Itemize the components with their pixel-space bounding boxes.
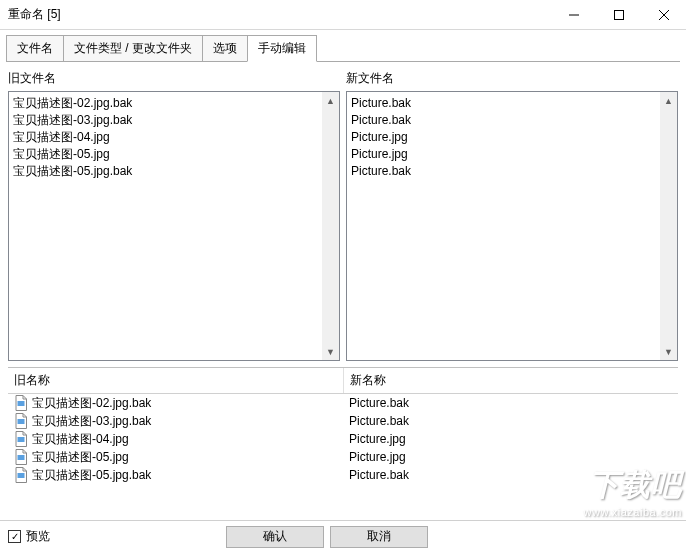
list-item[interactable]: 宝贝描述图-03.jpg.bak <box>13 112 318 129</box>
window-title: 重命名 [5] <box>8 6 551 23</box>
list-item[interactable]: 宝贝描述图-04.jpg <box>13 129 318 146</box>
file-icon <box>14 449 28 465</box>
watermark-sub: www.xiazaiba.com <box>584 506 682 518</box>
preview-rows: 宝贝描述图-02.jpg.bak Picture.bak 宝贝描述图-03.jp… <box>8 394 678 484</box>
scroll-down-icon[interactable]: ▼ <box>322 343 339 360</box>
minimize-button[interactable] <box>551 0 596 29</box>
scroll-down-icon[interactable]: ▼ <box>660 343 677 360</box>
tab-filename[interactable]: 文件名 <box>6 35 64 62</box>
new-name-cell: Picture.bak <box>343 394 678 412</box>
preview-row[interactable]: 宝贝描述图-05.jpg.bak Picture.bak <box>8 466 678 484</box>
new-name-cell: Picture.jpg <box>343 430 678 448</box>
new-filename-listbox[interactable]: Picture.bak Picture.bak Picture.jpg Pict… <box>346 91 678 361</box>
file-icon <box>14 431 28 447</box>
list-item[interactable]: 宝贝描述图-05.jpg.bak <box>13 163 318 180</box>
old-filename-pane: 旧文件名 宝贝描述图-02.jpg.bak 宝贝描述图-03.jpg.bak 宝… <box>8 70 340 361</box>
tab-filetype-folder[interactable]: 文件类型 / 更改文件夹 <box>63 35 203 62</box>
old-name-cell: 宝贝描述图-02.jpg.bak <box>32 394 151 412</box>
tab-strip: 文件名 文件类型 / 更改文件夹 选项 手动编辑 <box>0 30 686 62</box>
list-item[interactable]: Picture.bak <box>351 112 656 129</box>
new-name-header[interactable]: 新名称 <box>344 368 679 393</box>
preview-pane: 旧名称 新名称 宝贝描述图-02.jpg.bak Picture.bak 宝贝描… <box>8 367 678 484</box>
new-name-cell: Picture.bak <box>343 412 678 430</box>
old-name-cell: 宝贝描述图-05.jpg.bak <box>32 466 151 484</box>
scroll-up-icon[interactable]: ▲ <box>322 92 339 109</box>
svg-rect-5 <box>18 419 25 424</box>
scroll-up-icon[interactable]: ▲ <box>660 92 677 109</box>
tab-underline <box>6 61 680 62</box>
list-item[interactable]: Picture.jpg <box>351 146 656 163</box>
new-filename-pane: 新文件名 Picture.bak Picture.bak Picture.jpg… <box>346 70 678 361</box>
preview-headers: 旧名称 新名称 <box>8 368 678 394</box>
preview-row[interactable]: 宝贝描述图-05.jpg Picture.jpg <box>8 448 678 466</box>
svg-rect-7 <box>18 455 25 460</box>
svg-rect-6 <box>18 437 25 442</box>
file-icon <box>14 413 28 429</box>
preview-checkbox[interactable]: ✓ <box>8 530 21 543</box>
scrollbar-vertical[interactable]: ▲ ▼ <box>322 92 339 360</box>
tab-content: 旧文件名 宝贝描述图-02.jpg.bak 宝贝描述图-03.jpg.bak 宝… <box>0 62 686 492</box>
new-filename-list: Picture.bak Picture.bak Picture.jpg Pict… <box>347 92 660 360</box>
svg-rect-1 <box>614 10 623 19</box>
old-filename-label: 旧文件名 <box>8 70 340 87</box>
list-item[interactable]: Picture.bak <box>351 163 656 180</box>
old-name-header[interactable]: 旧名称 <box>8 368 344 393</box>
tab-manual-edit[interactable]: 手动编辑 <box>247 35 317 62</box>
new-name-cell: Picture.bak <box>343 466 678 484</box>
maximize-button[interactable] <box>596 0 641 29</box>
cancel-button[interactable]: 取消 <box>330 526 428 548</box>
bottom-bar: ✓ 预览 确认 取消 <box>0 520 686 552</box>
svg-rect-4 <box>18 401 25 406</box>
old-name-cell: 宝贝描述图-03.jpg.bak <box>32 412 151 430</box>
preview-checkbox-label: 预览 <box>26 528 50 545</box>
preview-row[interactable]: 宝贝描述图-02.jpg.bak Picture.bak <box>8 394 678 412</box>
svg-rect-8 <box>18 473 25 478</box>
list-item[interactable]: 宝贝描述图-02.jpg.bak <box>13 95 318 112</box>
preview-row[interactable]: 宝贝描述图-04.jpg Picture.jpg <box>8 430 678 448</box>
titlebar: 重命名 [5] <box>0 0 686 30</box>
file-icon <box>14 467 28 483</box>
list-item[interactable]: Picture.jpg <box>351 129 656 146</box>
old-filename-listbox[interactable]: 宝贝描述图-02.jpg.bak 宝贝描述图-03.jpg.bak 宝贝描述图-… <box>8 91 340 361</box>
preview-row[interactable]: 宝贝描述图-03.jpg.bak Picture.bak <box>8 412 678 430</box>
close-button[interactable] <box>641 0 686 29</box>
ok-button[interactable]: 确认 <box>226 526 324 548</box>
preview-checkbox-wrap[interactable]: ✓ 预览 <box>8 528 50 545</box>
tab-options[interactable]: 选项 <box>202 35 248 62</box>
new-name-cell: Picture.jpg <box>343 448 678 466</box>
window-controls <box>551 0 686 29</box>
scrollbar-vertical[interactable]: ▲ ▼ <box>660 92 677 360</box>
new-filename-label: 新文件名 <box>346 70 678 87</box>
old-name-cell: 宝贝描述图-05.jpg <box>32 448 129 466</box>
old-name-cell: 宝贝描述图-04.jpg <box>32 430 129 448</box>
list-item[interactable]: Picture.bak <box>351 95 656 112</box>
old-filename-list: 宝贝描述图-02.jpg.bak 宝贝描述图-03.jpg.bak 宝贝描述图-… <box>9 92 322 360</box>
list-item[interactable]: 宝贝描述图-05.jpg <box>13 146 318 163</box>
file-icon <box>14 395 28 411</box>
